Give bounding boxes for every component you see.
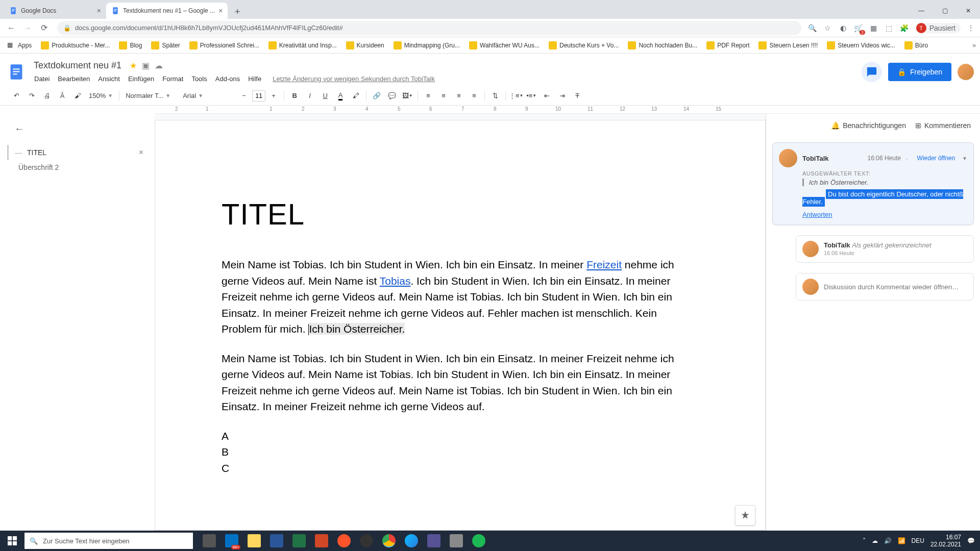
undo-button[interactable]: ↶ xyxy=(9,89,23,103)
outline-item[interactable]: — TITEL × xyxy=(7,145,148,160)
new-comment-button[interactable]: ⊞ Kommentieren xyxy=(915,121,971,130)
extension-icon[interactable]: 🛒3 xyxy=(853,23,864,33)
task-view-button[interactable] xyxy=(198,531,220,551)
increase-font-button[interactable]: + xyxy=(266,89,281,103)
align-center-button[interactable]: ≡ xyxy=(436,89,451,103)
insert-image-button[interactable]: 🖼▼ xyxy=(400,89,414,103)
bookmark[interactable]: Steuern Videos wic... xyxy=(824,39,898,52)
bookmark-overflow[interactable]: » xyxy=(972,42,976,49)
obs-app-button[interactable] xyxy=(355,531,378,551)
highlight-button[interactable]: 🖍 xyxy=(349,89,363,103)
share-button[interactable]: 🔒 Freigeben xyxy=(888,63,951,81)
excel-app-button[interactable] xyxy=(288,531,310,551)
menu-tools[interactable]: Tools xyxy=(188,73,210,85)
menu-format[interactable]: Format xyxy=(159,73,187,85)
zoom-icon[interactable]: 🔍 xyxy=(807,23,818,33)
bookmark[interactable]: Steuern Lesen !!!! xyxy=(755,39,821,52)
menu-file[interactable]: Datei xyxy=(31,73,53,85)
link[interactable]: Freizeit xyxy=(586,259,622,270)
resolved-card[interactable]: TobiTalk Als geklärt gekennzeichnet 16:0… xyxy=(796,235,974,263)
redo-button[interactable]: ↷ xyxy=(24,89,39,103)
text-color-button[interactable]: A xyxy=(333,89,348,103)
last-edit-info[interactable]: Letzte Änderung vor wenigen Sekunden dur… xyxy=(269,73,438,85)
document-page[interactable]: TITEL Mein Name ist Tobias. Ich bin Stud… xyxy=(155,120,766,531)
outline-item[interactable]: Überschrift 2 xyxy=(7,160,148,174)
document-title[interactable]: Textdokument neu #1 xyxy=(31,59,125,72)
mail-app-button[interactable]: 99+ xyxy=(220,531,243,551)
back-button[interactable]: ← xyxy=(4,21,18,35)
insert-comment-button[interactable]: 💬 xyxy=(385,89,399,103)
numbered-list-button[interactable]: ⋮≡▼ xyxy=(509,89,523,103)
comment-history-button[interactable] xyxy=(862,62,882,82)
reply-box[interactable] xyxy=(796,273,974,300)
ruler[interactable]: 2 1 1 2 3 4 5 6 7 8 9 10 11 12 13 14 15 xyxy=(155,106,980,114)
bookmark[interactable]: Wahlfächer WU Aus... xyxy=(466,39,543,52)
underline-button[interactable]: U xyxy=(318,89,332,103)
reload-button[interactable]: ⟳ xyxy=(37,21,51,35)
browser-tab-active[interactable]: Textdokument neu #1 – Google ... × xyxy=(106,3,228,19)
notifications-icon[interactable]: 💬 xyxy=(967,537,975,544)
outline-close-button[interactable]: ← xyxy=(14,123,148,135)
notifications-button[interactable]: 🔔 Benachrichtigungen xyxy=(831,121,906,130)
url-input[interactable]: 🔒 docs.google.com/document/d/1hUH8k6h7Lb… xyxy=(57,21,801,35)
menu-icon[interactable]: ⋮ xyxy=(966,23,976,33)
menu-help[interactable]: Hilfe xyxy=(244,73,265,85)
forward-button[interactable]: → xyxy=(20,21,35,35)
line-spacing-button[interactable]: ⇅ xyxy=(488,89,502,103)
bookmark[interactable]: Noch hochladen Bu... xyxy=(625,39,700,52)
reopen-link[interactable]: Wieder öffnen xyxy=(917,155,955,162)
app-button[interactable] xyxy=(445,531,468,551)
increase-indent-button[interactable]: ⇥ xyxy=(555,89,569,103)
bold-button[interactable]: B xyxy=(287,89,302,103)
extension-icon[interactable]: ⬚ xyxy=(884,23,894,33)
style-select[interactable]: Normaler T...▼ xyxy=(122,89,179,103)
reply-input[interactable] xyxy=(824,283,967,291)
close-icon[interactable]: × xyxy=(97,7,101,15)
zoom-select[interactable]: 150%▼ xyxy=(86,89,116,103)
user-avatar[interactable] xyxy=(958,64,974,80)
brave-app-button[interactable] xyxy=(333,531,355,551)
chevron-down-icon[interactable]: ▼ xyxy=(962,156,967,161)
bookmark[interactable]: Büro xyxy=(901,39,931,52)
browser-tab[interactable]: Google Docs × xyxy=(4,3,106,19)
volume-icon[interactable]: 🔊 xyxy=(884,537,892,544)
new-tab-button[interactable]: + xyxy=(230,5,244,19)
taskbar-clock[interactable]: 16:07 22.02.2021 xyxy=(930,534,961,548)
star-icon[interactable]: ★ xyxy=(130,61,137,70)
move-icon[interactable]: ▣ xyxy=(142,61,150,70)
close-window-button[interactable]: ✕ xyxy=(957,3,980,19)
menu-view[interactable]: Ansicht xyxy=(94,73,124,85)
puzzle-icon[interactable]: 🧩 xyxy=(899,23,910,33)
close-icon[interactable]: × xyxy=(139,148,143,157)
bookmark[interactable]: Kursideen xyxy=(343,39,387,52)
extension-icon[interactable]: ▦ xyxy=(869,23,879,33)
extension-icon[interactable]: ◐ xyxy=(838,23,848,33)
apps-button[interactable]: ▦Apps xyxy=(4,39,35,52)
spotify-app-button[interactable] xyxy=(468,531,490,551)
menu-addons[interactable]: Add-ons xyxy=(212,73,243,85)
decrease-font-button[interactable]: − xyxy=(237,89,251,103)
bookmark[interactable]: Blog xyxy=(116,39,145,52)
wifi-icon[interactable]: 📶 xyxy=(898,537,905,544)
bookmark[interactable]: Kreativität und Insp... xyxy=(265,39,340,52)
commented-text[interactable]: Ich bin Österreicher. xyxy=(309,323,405,335)
app-button[interactable] xyxy=(423,531,445,551)
bookmark[interactable]: Später xyxy=(148,39,183,52)
start-button[interactable] xyxy=(0,531,24,551)
font-select[interactable]: Arial▼ xyxy=(180,89,236,103)
bookmark[interactable]: Deutsche Kurs + Vo... xyxy=(546,39,622,52)
cloud-icon[interactable]: ☁ xyxy=(872,537,878,544)
italic-button[interactable]: I xyxy=(303,89,317,103)
maximize-button[interactable]: ▢ xyxy=(933,3,957,19)
spellcheck-button[interactable]: Ă xyxy=(55,89,69,103)
powerpoint-app-button[interactable] xyxy=(310,531,333,551)
menu-edit[interactable]: Bearbeiten xyxy=(54,73,93,85)
font-size-input[interactable] xyxy=(252,90,265,102)
close-icon[interactable]: × xyxy=(218,7,223,15)
menu-insert[interactable]: Einfügen xyxy=(125,73,158,85)
clear-format-button[interactable]: T xyxy=(570,89,584,103)
decrease-indent-button[interactable]: ⇤ xyxy=(540,89,554,103)
print-button[interactable]: 🖨 xyxy=(40,89,54,103)
minimize-button[interactable]: — xyxy=(910,3,933,19)
taskbar-search[interactable]: 🔍 Zur Suche Text hier eingeben xyxy=(24,533,193,549)
